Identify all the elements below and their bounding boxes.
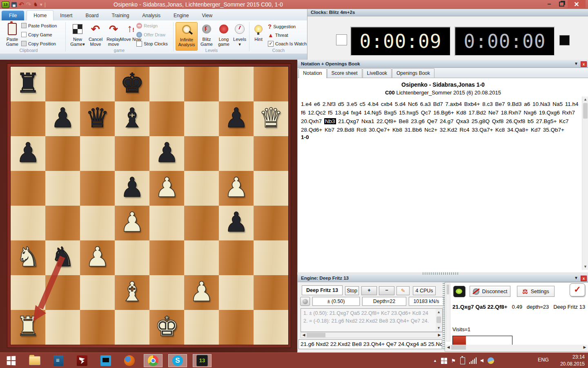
square-h5[interactable] [254,171,288,206]
square-e1[interactable]: ♚ [149,310,184,345]
tab-board[interactable]: Board [79,11,105,20]
square-e3[interactable] [149,240,184,275]
square-g2[interactable] [219,275,254,310]
black-p-piece-d5[interactable]: ♟ [115,171,149,206]
firefox-button[interactable] [120,354,139,367]
square-a5[interactable] [11,171,45,206]
speaker-icon[interactable] [481,359,483,363]
game-notation[interactable]: 1.e4 e6 2.Nf3 d5 3.e5 c5 4.b4 cxb4 5.d4 … [301,100,583,134]
black-n-piece-b3[interactable]: ♞ [45,240,80,275]
tab-openings-book[interactable]: Openings Book [392,68,434,78]
square-h7[interactable]: ♛ [254,101,288,136]
engine-line-2[interactable]: 2. = (-0.18): 21.g6 Nxd2 22.Kxd2 Be8 23.… [303,317,435,325]
threat-button[interactable]: ▲Threat [268,32,288,38]
black-r-piece-a8[interactable]: ♜ [11,67,45,101]
square-d6[interactable] [115,136,149,171]
square-a8[interactable]: ♜ [11,67,45,101]
square-c5[interactable] [80,171,115,206]
engine-list-scrollbar[interactable]: ▲ ▼ [436,309,442,331]
file-explorer-button[interactable] [25,354,44,367]
quick-access-dropdown-icon[interactable]: ▾ [40,2,42,7]
save-icon[interactable] [11,2,17,7]
engine-name-button[interactable]: Deep Fritz 13 [302,285,343,295]
scrollbar-thumb[interactable] [451,345,466,350]
speed-button[interactable]: 10183 kN/s [409,297,444,306]
scrollbar-thumb[interactable] [583,103,588,119]
square-f1[interactable] [184,310,219,345]
square-d8[interactable]: ♚ [115,67,149,101]
scroll-down-icon[interactable]: ▼ [436,325,442,331]
square-a6[interactable]: ♟ [11,136,45,171]
notation-vertical-scrollbar[interactable]: ▲ ▼ [582,96,588,270]
white-k-piece-e1[interactable]: ♚ [149,310,184,345]
battery-icon[interactable] [460,357,465,364]
square-f6[interactable] [184,136,219,171]
minimize-button[interactable]: – [543,0,555,8]
white-p-piece-d4[interactable]: ♟ [115,206,149,240]
levels-dropdown-button[interactable]: Levels▾ [232,22,247,47]
square-g4[interactable]: ♟ [219,206,254,240]
fritz13-button[interactable]: 13 [193,354,212,367]
square-c3[interactable]: ♟ [80,240,115,275]
close-panel-icon[interactable]: x [581,61,587,67]
square-h1[interactable] [254,310,288,345]
scroll-down-icon[interactable]: ▼ [582,264,588,270]
scroll-right-icon[interactable]: ▶ [437,332,442,338]
weather-tray-icon[interactable] [488,357,494,364]
square-g7[interactable]: ♟ [219,101,254,136]
paste-position-button[interactable]: Paste Position [21,23,57,28]
app-button-database[interactable] [49,354,68,367]
engine-lines-list[interactable]: 1. ± (0.50): 21.Qxg7 Qa5 22.Qf8+ Kc7 23.… [301,308,443,332]
network-signal-icon[interactable] [469,357,477,364]
tab-training[interactable]: Training [105,11,136,20]
notation-panel-header[interactable]: x ▼ Notation + Openings Book [298,61,588,68]
square-f5[interactable] [184,171,219,206]
evaluation-button[interactable]: ± (0.50) [312,297,360,306]
scrollbar-thumb[interactable] [437,316,441,323]
tab-insert[interactable]: Insert [53,11,79,20]
redo-icon[interactable]: ↷ [26,2,31,7]
connection-led-icon[interactable] [453,286,466,297]
square-b7[interactable]: ♟ [45,101,80,136]
black-p-piece-g7[interactable]: ♟ [219,101,254,136]
square-g1[interactable] [219,310,254,345]
restore-button[interactable] [555,0,568,8]
blitz-game-button[interactable]: ϝ Blitz Game [198,22,215,47]
black-q-piece-c7[interactable]: ♛ [80,101,115,136]
square-f3[interactable] [184,240,219,275]
tab-file[interactable]: File [2,11,24,20]
current-move[interactable]: Nb3 [324,118,336,124]
remove-line-button[interactable]: − [379,286,394,295]
scroll-left-icon[interactable]: ◀ [301,332,307,338]
scroll-up-icon[interactable]: ▲ [582,96,588,103]
action-center-flag-icon[interactable]: ⚑ [451,358,456,364]
white-p-piece-c3[interactable]: ♟ [80,240,115,275]
lets-check-scrollbar[interactable] [446,283,450,341]
square-b2[interactable] [45,275,80,310]
engine-line-1[interactable]: 1. ± (0.50): 21.Qxg7 Qa5 22.Qf8+ Kc7 23.… [303,310,435,317]
tray-expand-icon[interactable]: ▲ [433,359,437,363]
square-e5[interactable]: ♟ [149,171,184,206]
square-d1[interactable] [115,310,149,345]
square-e7[interactable] [149,101,184,136]
square-c6[interactable] [80,136,115,171]
square-c2[interactable] [80,275,115,310]
scroll-up-icon[interactable]: ▲ [436,309,442,315]
chrome-button[interactable] [144,354,163,367]
clock-panel-header[interactable]: Clocks: Blitz 4m+2s [307,9,588,16]
offer-draw-button[interactable]: Offer Draw [136,32,165,38]
app-button-red[interactable] [73,354,91,367]
long-game-button[interactable]: Long game [216,22,232,47]
engine-horizontal-scrollbar[interactable]: ◀ ▶ [301,332,443,338]
close-panel-icon[interactable]: x [581,276,587,281]
white-r-piece-a1[interactable]: ♜ [11,310,45,345]
square-b6[interactable] [45,136,80,171]
square-c4[interactable] [80,206,115,240]
scroll-left-icon[interactable]: ◀ [445,345,451,350]
square-d7[interactable]: ♝ [115,101,149,136]
suggestion-button[interactable]: ?Suggestion [268,23,296,30]
square-g3[interactable] [219,240,254,275]
black-p-piece-e6[interactable]: ♟ [149,136,184,171]
white-p-piece-e5[interactable]: ♟ [149,171,184,206]
scrollbar-thumb[interactable] [447,285,449,294]
